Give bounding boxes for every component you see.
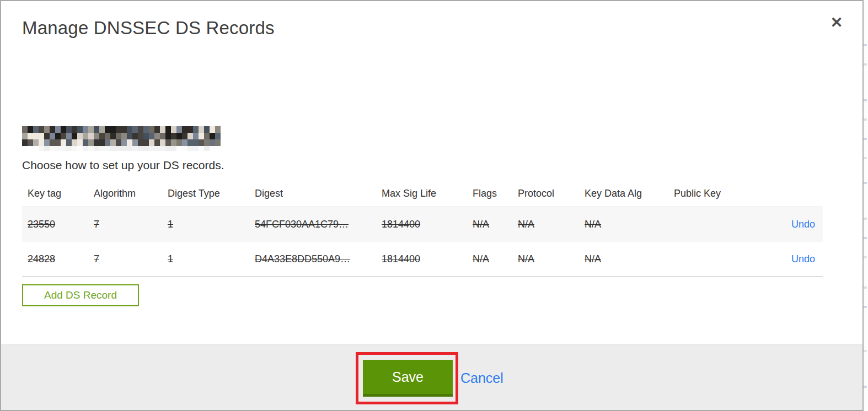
background-text-fragment: [864, 218, 867, 220]
column-header: Flags: [467, 188, 512, 199]
modal-title: Manage DNSSEC DS Records: [22, 18, 275, 39]
background-text-fragment: [864, 386, 867, 388]
cell-protocol: N/A: [512, 219, 579, 230]
cell-value: 1: [168, 253, 173, 264]
cell-protocol: N/A: [512, 253, 579, 265]
background-page-strip: [863, 0, 868, 411]
cell-key-data-alg: N/A: [579, 219, 668, 230]
cell-max-sig-life: 1814400: [376, 219, 467, 230]
cell-value: 54FCF030AA1C79…: [255, 219, 349, 230]
add-ds-record-button[interactable]: Add DS Record: [22, 284, 139, 306]
column-header: Digest Type: [162, 188, 249, 199]
setup-instruction-text: Choose how to set up your DS records.: [22, 159, 224, 172]
cell-flags: N/A: [467, 219, 512, 230]
cell-digest-type: 1: [162, 253, 249, 265]
cell-value: D4A33E8DD550A9…: [255, 253, 350, 264]
cell-digest: D4A33E8DD550A9…: [249, 253, 376, 265]
column-header: Digest: [249, 188, 376, 199]
background-text-fragment: [864, 182, 867, 184]
cell-algorithm: 7: [88, 253, 162, 265]
background-text-fragment: [864, 99, 867, 101]
cell-value: 1814400: [382, 253, 420, 264]
cell-flags: N/A: [467, 253, 512, 265]
manage-dnssec-modal: Manage DNSSEC DS Records ✕ Choose how to…: [0, 0, 864, 411]
undo-link[interactable]: Undo: [791, 253, 815, 264]
cell-algorithm: 7: [88, 219, 162, 230]
cell-value: 1: [168, 219, 173, 230]
column-header: Protocol: [512, 188, 579, 199]
background-text-fragment: [864, 44, 867, 46]
cell-value: 23550: [28, 219, 55, 230]
cell-value: 7: [94, 253, 99, 264]
background-text-fragment: [864, 350, 867, 352]
background-text-fragment: [864, 237, 867, 239]
cell-value: 1814400: [382, 219, 420, 230]
undo-link[interactable]: Undo: [791, 219, 815, 230]
column-header: Algorithm: [88, 188, 162, 199]
cell-max-sig-life: 1814400: [376, 253, 467, 265]
background-text-fragment: [864, 157, 867, 159]
column-header: Key tag: [22, 188, 88, 199]
cell-value: N/A: [473, 219, 489, 230]
background-text-fragment: [864, 306, 867, 308]
background-text-fragment: [864, 256, 867, 258]
cell-key-tag: 24828: [22, 253, 88, 265]
ds-records-table: Key tagAlgorithmDigest TypeDigestMax Sig…: [22, 181, 823, 277]
cell-value: 7: [94, 219, 99, 230]
table-row: 2482871D4A33E8DD550A9…1814400N/AN/AN/AUn…: [22, 242, 823, 277]
cell-value: 24828: [28, 253, 55, 264]
column-header: Key Data Alg: [579, 188, 668, 199]
cell-digest-type: 1: [162, 219, 249, 230]
column-header: Public Key: [668, 188, 762, 199]
redacted-domain-name: [22, 126, 218, 152]
background-text-fragment: [864, 286, 867, 289]
cell-key-data-alg: N/A: [579, 253, 668, 265]
cell-digest: 54FCF030AA1C79…: [249, 219, 376, 230]
cell-value: N/A: [585, 219, 601, 230]
cell-value: N/A: [585, 253, 601, 264]
cell-key-tag: 23550: [22, 219, 88, 230]
cell-value: N/A: [473, 253, 489, 264]
table-header-row: Key tagAlgorithmDigest TypeDigestMax Sig…: [22, 181, 823, 207]
column-header: Max Sig Life: [376, 188, 467, 199]
save-button[interactable]: Save: [363, 360, 453, 397]
cell-value: N/A: [518, 253, 534, 264]
table-row: 235507154FCF030AA1C79…1814400N/AN/AN/AUn…: [22, 207, 823, 242]
cancel-link[interactable]: Cancel: [460, 368, 503, 388]
close-icon[interactable]: ✕: [827, 13, 846, 32]
cell-value: N/A: [518, 219, 534, 230]
background-text-fragment: [864, 138, 867, 140]
screen: Manage DNSSEC DS Records ✕ Choose how to…: [0, 0, 868, 411]
background-text-fragment: [864, 118, 867, 121]
background-text-fragment: [864, 63, 867, 66]
